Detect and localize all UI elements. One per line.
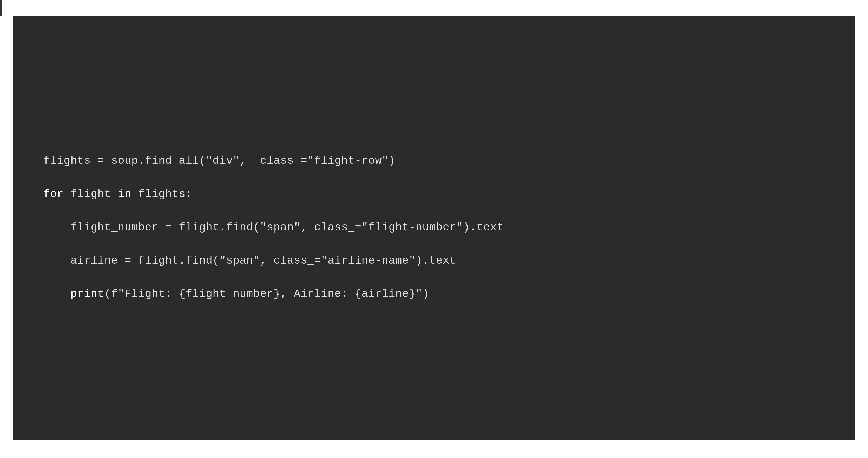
code-line-1: flights = soup.find_all("div", class_="f… [43,151,825,171]
code-line-7: airline = flight.find("span", class_="ai… [43,251,825,271]
code-line-blank-2 [43,205,825,218]
code-line-blank-3 [43,238,825,251]
code-line-5: flight_number = flight.find("span", clas… [43,218,825,238]
code-line-9: print(f"Flight: {flight_number}, Airline… [43,284,825,304]
bottom-white-bar [0,440,868,458]
code-line-3: for flight in flights: [43,184,825,205]
code-block: flights = soup.find_all("div", class_="f… [13,16,855,440]
top-white-bar [0,0,868,16]
code-line-blank-4 [43,271,825,284]
code-line-blank-1 [43,171,825,184]
